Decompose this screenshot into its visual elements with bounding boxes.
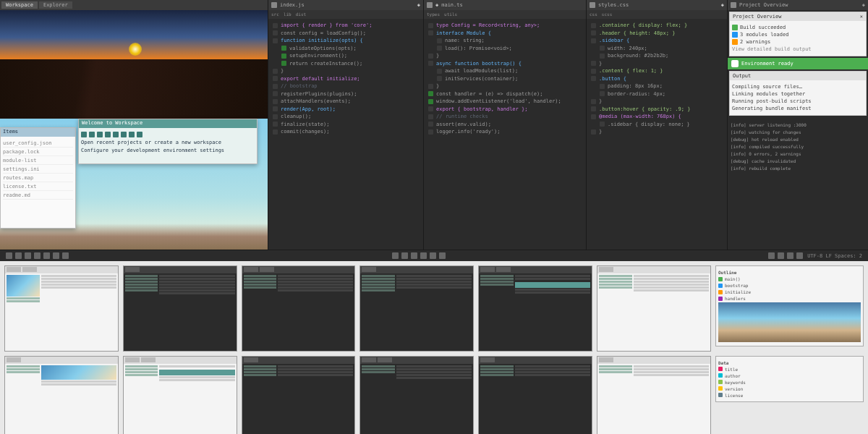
right-column: Project Overview◈ Project Overview× Buil…: [727, 0, 868, 250]
window-thumb[interactable]: [123, 265, 237, 352]
tool-icon[interactable]: [15, 252, 22, 259]
status-toolbar: UTF-8 LF Spaces: 2: [0, 250, 868, 261]
outline-item[interactable]: bootstrap: [725, 283, 749, 288]
editor2-code[interactable]: type Config = Record<string, any>; inter…: [424, 19, 586, 139]
tool-icon[interactable]: [34, 252, 41, 259]
outline-item[interactable]: main(): [725, 276, 741, 281]
outline-item[interactable]: handlers: [725, 296, 746, 301]
window-thumb[interactable]: [242, 265, 356, 352]
log-line: [debug] hot reload enabled: [731, 137, 865, 142]
tool-icon[interactable]: [768, 252, 775, 259]
output-line: Generating bundle manifest: [732, 106, 864, 111]
data-item[interactable]: author: [725, 373, 741, 378]
close-icon[interactable]: ×: [860, 14, 863, 20]
editor3-titlebar: styles.css◈: [587, 0, 727, 10]
shield-icon: ◈: [435, 2, 438, 8]
editor3-title: styles.css: [598, 2, 629, 8]
log-line: [info] 0 errors, 2 warnings: [731, 151, 865, 156]
window-thumb[interactable]: [4, 356, 119, 435]
editor3-code[interactable]: .container { display: flex; } .header { …: [587, 19, 727, 139]
green-status-bar: Environment ready: [728, 58, 868, 69]
close-icon[interactable]: ◈: [862, 2, 865, 8]
output-panel: Output Compiling source files… Linking m…: [729, 71, 867, 116]
list-item[interactable]: user_config.json: [3, 140, 73, 148]
float-list-title: Items: [1, 128, 75, 137]
window-thumb[interactable]: [597, 265, 711, 352]
welcome-line: Open recent projects or create a new wor…: [81, 140, 255, 145]
window-thumb[interactable]: [478, 356, 592, 435]
data-item[interactable]: title: [725, 367, 738, 372]
tool-icon[interactable]: [53, 252, 59, 259]
editor2-breadcrumb: typesutils: [424, 10, 586, 19]
panel-footer[interactable]: View detailed build output: [732, 46, 812, 52]
outline-title: Outline: [718, 270, 861, 275]
preview-image: [718, 302, 861, 342]
list-item[interactable]: package.lock: [3, 149, 73, 156]
window-thumb[interactable]: [478, 265, 592, 352]
tab-explorer[interactable]: Explorer: [39, 1, 72, 9]
tool-icon[interactable]: [796, 252, 803, 259]
data-panel: Data title author keywords version licen…: [715, 356, 864, 402]
window-thumb[interactable]: [242, 356, 356, 435]
top-region: Workspace Explorer Items user_config.jso…: [0, 0, 868, 250]
float-list-window[interactable]: Items user_config.json package.lock modu…: [0, 127, 76, 229]
window-thumb[interactable]: [359, 265, 474, 352]
overview-panel: Project Overview× Build succeeded 3 modu…: [729, 12, 867, 56]
terminal-panel[interactable]: [info] server listening :3000 [info] wat…: [728, 117, 868, 250]
thumb-row-2: Data title author keywords version licen…: [4, 356, 864, 435]
welcome-line: Configure your development environment s…: [81, 148, 255, 153]
log-line: [debug] cache invalidated: [731, 158, 865, 163]
output-title: Output: [733, 73, 751, 79]
list-item[interactable]: readme.md: [3, 192, 73, 200]
bottom-region: Outline main() bootstrap initialize hand…: [0, 261, 868, 434]
list-item[interactable]: settings.ini: [3, 166, 73, 174]
outline-item[interactable]: initialize: [725, 289, 751, 294]
check-icon: [731, 60, 739, 67]
output-line: Compiling source files…: [732, 84, 864, 90]
tab-workspace[interactable]: Workspace: [1, 1, 38, 9]
editor1-title: index.js: [280, 2, 305, 8]
output-line: Running post-build scripts: [732, 98, 864, 104]
editor2-titlebar: ◈main.ts: [424, 0, 586, 10]
status-item: 3 modules loaded: [740, 32, 788, 38]
log-line: [info] rebuild complete: [731, 166, 865, 171]
tool-icon[interactable]: [392, 252, 399, 259]
tool-icon[interactable]: [420, 252, 427, 259]
list-item[interactable]: license.txt: [3, 184, 73, 191]
tool-icon[interactable]: [6, 252, 12, 259]
data-item[interactable]: license: [725, 393, 743, 398]
editor1-code[interactable]: import { render } from 'core'; const con…: [268, 19, 423, 139]
list-item[interactable]: routes.map: [3, 175, 73, 182]
tool-icon[interactable]: [62, 252, 69, 259]
tool-icon[interactable]: [787, 252, 793, 259]
tool-icon[interactable]: [43, 252, 50, 259]
list-item[interactable]: module-list: [3, 158, 73, 165]
panel-icon: [731, 2, 736, 8]
tool-icon[interactable]: [778, 252, 784, 259]
window-thumb[interactable]: [597, 356, 711, 435]
encoding-label[interactable]: UTF-8 LF Spaces: 2: [807, 253, 862, 259]
panel-title: Project Overview: [733, 14, 781, 20]
window-thumb[interactable]: [4, 265, 119, 352]
editor-pane-1: index.js◈ srclibdist import { render } f…: [268, 0, 423, 250]
status-item: Build succeeded: [740, 25, 786, 30]
data-item[interactable]: keywords: [725, 380, 746, 385]
tool-icon[interactable]: [411, 252, 417, 259]
tool-icon[interactable]: [25, 252, 31, 259]
output-line: Linking modules together: [732, 91, 864, 97]
shield-icon: ◈: [417, 2, 420, 8]
tool-icon[interactable]: [430, 252, 436, 259]
sunset-wallpaper: [0, 10, 268, 119]
window-thumb[interactable]: [123, 356, 237, 435]
tool-icon[interactable]: [401, 252, 408, 259]
file-icon: [427, 2, 433, 8]
log-line: [info] server listening :3000: [731, 122, 865, 127]
side-panels: Outline main() bootstrap initialize hand…: [715, 265, 864, 352]
data-item[interactable]: version: [725, 386, 743, 391]
float-welcome-window[interactable]: Welcome to Workspace Open recent project…: [78, 119, 258, 164]
editor2-title: main.ts: [441, 2, 463, 8]
window-thumb[interactable]: [359, 356, 474, 435]
left-column: Workspace Explorer Items user_config.jso…: [0, 0, 268, 250]
tool-icon[interactable]: [439, 252, 446, 259]
editor1-titlebar: index.js◈: [268, 0, 423, 10]
